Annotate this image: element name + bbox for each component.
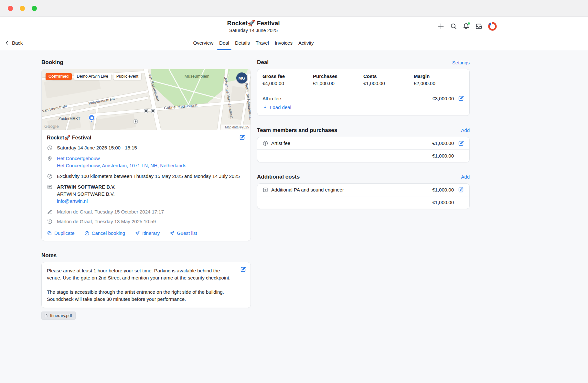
- add-team-purchase-link[interactable]: Add: [461, 127, 470, 133]
- history-icon: [47, 219, 53, 224]
- cost-value: €1,000.00: [432, 187, 454, 192]
- app-header: Rocket🚀 Festival Saturday 14 June 2025: [0, 17, 588, 36]
- zoom-window-button[interactable]: [32, 6, 37, 11]
- venue-address-link[interactable]: Het Concertgebouw, Amsterdam, 1071 LN, N…: [57, 162, 186, 169]
- notification-dot: [467, 22, 470, 25]
- document-icon: [44, 313, 48, 318]
- poi-label: ZuiderMRKT: [59, 116, 80, 121]
- search-icon[interactable]: [450, 23, 457, 30]
- edit-purchase-button[interactable]: [458, 140, 464, 147]
- deal-settings-link[interactable]: Settings: [452, 60, 470, 65]
- additional-costs-heading: Additional costs: [257, 174, 300, 180]
- tab-details[interactable]: Details: [232, 36, 253, 50]
- duplicate-button[interactable]: Duplicate: [47, 230, 75, 236]
- edit-all-in-fee-button[interactable]: [458, 95, 464, 102]
- datetime-row: Saturday 14 June 2025 15:00 - 15:15: [47, 144, 245, 151]
- paper-plane-icon: [135, 231, 140, 236]
- contract-icon: [47, 184, 53, 190]
- exclusivity-radius-icon: [47, 173, 53, 179]
- inbox-tray-icon[interactable]: [475, 23, 482, 30]
- company-row: ARTWIN SOFTWARE B.V. ARTWIN SOFTWARE B.V…: [47, 183, 245, 205]
- edit-booking-button[interactable]: [239, 134, 245, 141]
- stat-gross-fee: Gross fee €4,000.00: [262, 73, 313, 86]
- notes-heading: Notes: [41, 252, 57, 259]
- attachment-name: Itinerary.pdf: [50, 313, 72, 318]
- team-purchases-heading: Team members and purchases: [257, 127, 337, 134]
- attachment-chip[interactable]: Itinerary.pdf: [41, 312, 76, 320]
- add-icon[interactable]: [437, 23, 444, 30]
- booking-badges: Confirmed Demo Artwin Live Public event: [46, 73, 141, 80]
- avatar[interactable]: MG: [236, 72, 247, 83]
- table-row[interactable]: Artist fee €1,000.00: [257, 137, 469, 150]
- edit-notes-button[interactable]: [240, 266, 246, 273]
- tag-badge: Public event: [113, 73, 141, 80]
- booking-actions: Duplicate Cancel booking Itinerary Guest…: [47, 230, 245, 236]
- edit-icon: [458, 187, 464, 193]
- status-badge: Confirmed: [46, 73, 72, 80]
- booking-title: Rocket🚀 Festival: [47, 135, 91, 141]
- event-title-block: Rocket🚀 Festival Saturday 14 June 2025: [0, 19, 507, 34]
- edit-icon: [239, 134, 245, 141]
- tab-bar: Overview Deal Details Travel Invoices Ac…: [0, 36, 507, 50]
- guest-list-button[interactable]: Guest list: [169, 230, 197, 236]
- google-logo: Google: [44, 124, 59, 129]
- booking-column: Booking: [41, 50, 251, 320]
- tab-deal[interactable]: Deal: [216, 36, 232, 50]
- notes-paragraph: The stage is accessible through the arti…: [47, 289, 234, 303]
- all-in-fee-section: All in fee €3,000.00 Load deal: [257, 91, 469, 115]
- additional-costs-total: €1,000.00: [257, 196, 469, 209]
- all-in-fee-value: €3,000.00: [432, 96, 454, 101]
- tag-badge: Demo Artwin Live: [74, 73, 111, 80]
- tab-travel[interactable]: Travel: [253, 36, 272, 50]
- team-purchases-total: €1,000.00: [257, 150, 469, 162]
- macos-titlebar: [0, 0, 588, 17]
- edit-icon: [458, 95, 464, 102]
- deal-heading: Deal: [257, 59, 269, 66]
- dollar-circle-icon: [262, 140, 268, 146]
- header-actions: [437, 17, 497, 36]
- all-in-fee-label: All in fee: [262, 96, 432, 101]
- created-by-row: Marlon de Graaf, Tuesday 15 October 2024…: [47, 208, 245, 215]
- download-icon: [262, 105, 268, 110]
- updated-by-row: Marlon de Graaf, Tuesday 13 May 2025 10:…: [47, 218, 245, 225]
- nav-bar: Back Overview Deal Details Travel Invoic…: [0, 36, 588, 50]
- stat-purchases: Purchases €1,000.00: [313, 73, 363, 86]
- tab-invoices[interactable]: Invoices: [272, 36, 295, 50]
- table-row[interactable]: Additional PA and sound engineer €1,000.…: [257, 184, 469, 196]
- company-email-link[interactable]: info@artwin.nl: [57, 198, 115, 205]
- edit-icon: [240, 266, 246, 273]
- cancel-booking-button[interactable]: Cancel booking: [84, 230, 125, 236]
- created-by-text: Marlon de Graaf, Tuesday 15 October 2024…: [57, 208, 164, 215]
- park-label: Museumplein: [185, 74, 209, 79]
- systemone-logo[interactable]: [488, 22, 497, 31]
- clock-icon: [47, 145, 53, 151]
- main-content: Booking: [0, 50, 588, 383]
- close-window-button[interactable]: [8, 6, 13, 11]
- team-purchases-card: Artist fee €1,000.00 €1,000.00: [257, 137, 470, 162]
- add-additional-cost-link[interactable]: Add: [461, 174, 470, 180]
- company-subname: ARTWIN SOFTWARE B.V.: [57, 191, 115, 198]
- load-deal-link[interactable]: Load deal: [262, 104, 291, 110]
- stat-costs: Costs €1,000.00: [363, 73, 414, 86]
- updated-by-text: Marlon de Graaf, Tuesday 13 May 2025 10:…: [57, 218, 156, 225]
- additional-costs-card: Additional PA and sound engineer €1,000.…: [257, 183, 470, 209]
- booking-details: Rocket🚀 Festival Saturday 14 June 2025 1…: [42, 130, 251, 241]
- page-subtitle: Saturday 14 June 2025: [0, 27, 507, 34]
- booking-datetime: Saturday 14 June 2025 15:00 - 15:15: [57, 144, 137, 151]
- tab-overview[interactable]: Overview: [190, 36, 217, 50]
- signature-icon: [47, 209, 53, 215]
- venue-row: Het Concertgebouw Het Concertgebouw, Ams…: [47, 155, 245, 169]
- venue-name-link[interactable]: Het Concertgebouw: [57, 155, 186, 162]
- tab-activity[interactable]: Activity: [295, 36, 317, 50]
- purchase-value: €1,000.00: [432, 140, 454, 146]
- notes-card: Please arrive at least 1 hour before you…: [41, 262, 251, 308]
- copy-icon: [47, 231, 52, 236]
- map-pin-icon: [47, 156, 53, 161]
- plus-square-icon: [262, 187, 268, 193]
- itinerary-button[interactable]: Itinerary: [135, 230, 160, 236]
- minimize-window-button[interactable]: [20, 6, 25, 11]
- edit-cost-button[interactable]: [458, 187, 464, 193]
- cost-label: Additional PA and sound engineer: [271, 187, 432, 192]
- venue-map[interactable]: Van Baerlestraat Palestrinastraat Van Br…: [42, 69, 251, 130]
- notifications-bell-icon[interactable]: [463, 23, 470, 30]
